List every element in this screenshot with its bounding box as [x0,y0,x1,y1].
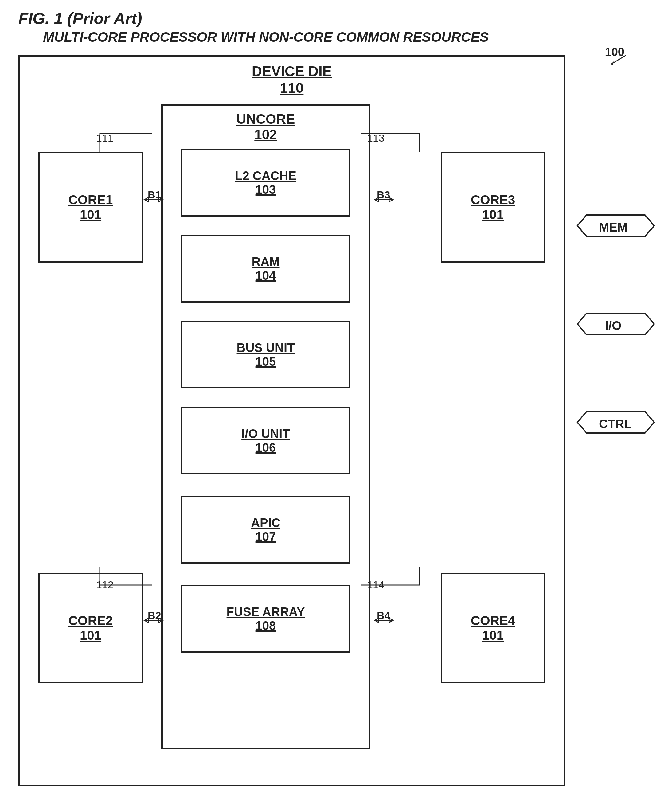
fuse-array-num: 108 [256,619,276,633]
svg-marker-1 [610,62,613,65]
bus-unit-box: BUS UNIT 105 [181,321,350,389]
uncore-title: UNCORE [163,112,369,127]
fuse-array-box: FUSE ARRAY 108 [181,585,350,653]
core4-box: CORE4 101 [441,573,545,683]
bus-unit-num: 105 [256,355,276,369]
uncore-label: UNCORE 102 [163,112,369,142]
fuse-array-title: FUSE ARRAY [227,605,305,619]
apic-title: APIC [251,516,281,530]
ref-arrow-100 [607,52,632,68]
core2-num: 101 [80,628,101,643]
callout-112-label: 112 [96,579,114,591]
svg-line-15 [577,215,587,226]
device-die-title: DEVICE DIE [20,63,563,80]
ram-num: 104 [256,269,276,282]
apic-num: 107 [256,530,276,544]
fig-subtitle: MULTI-CORE PROCESSOR WITH NON-CORE COMMO… [43,30,489,45]
l2-cache-box: L2 CACHE 103 [181,149,350,217]
callout-113-label: 113 [367,132,384,144]
uncore-box: UNCORE 102 L2 CACHE 103 RAM 104 BUS UNIT… [161,104,370,750]
apic-box: APIC 107 [181,496,350,564]
b4-label: B4 [377,609,390,622]
callout-114-label: 114 [367,579,384,591]
core4-num: 101 [482,628,504,643]
mem-label: MEM [599,220,627,234]
l2-cache-num: 103 [256,183,276,197]
device-die-num: 110 [20,80,563,96]
io-label: I/O [605,319,621,332]
io-unit-box: I/O UNIT 106 [181,407,350,474]
device-die-label: DEVICE DIE 110 [20,63,563,96]
bus-unit-title: BUS UNIT [237,341,295,355]
fig-title: FIG. 1 (Prior Art) [18,9,489,28]
io-unit-num: 106 [256,441,276,454]
io-unit-title: I/O UNIT [241,427,290,441]
callout-111-label: 111 [96,132,114,144]
uncore-num: 102 [163,127,369,142]
core1-title: CORE1 [69,192,113,207]
core1-box: CORE1 101 [38,152,143,262]
ram-title: RAM [252,255,279,269]
b1-label: B1 [148,189,161,201]
svg-line-17 [645,215,654,226]
core3-title: CORE3 [471,192,515,207]
core1-num: 101 [80,207,101,222]
core3-box: CORE3 101 [441,152,545,262]
b3-label: B3 [377,189,390,201]
ram-box: RAM 104 [181,235,350,302]
device-die-box: DEVICE DIE 110 UNCORE 102 L2 CACHE 103 R… [18,55,565,786]
core3-num: 101 [482,207,504,222]
core2-title: CORE2 [69,613,113,628]
page-title-area: FIG. 1 (Prior Art) MULTI-CORE PROCESSOR … [18,9,489,45]
b2-label: B2 [148,609,161,622]
core4-title: CORE4 [471,613,515,628]
svg-line-16 [577,226,587,237]
ctrl-label: CTRL [599,417,632,431]
svg-line-18 [645,226,654,237]
l2-cache-title: L2 CACHE [235,169,296,183]
